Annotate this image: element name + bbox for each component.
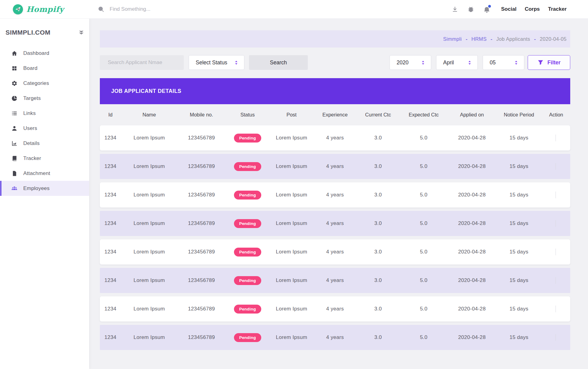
cell-applied-on: 2020-04-28: [448, 192, 496, 198]
sidebar-item-label: Targets: [23, 95, 41, 101]
column-header-name: Name: [121, 112, 177, 118]
edit-icon[interactable]: [547, 164, 552, 169]
cell-expected-ctc: 5.0: [399, 249, 448, 255]
edit-icon[interactable]: [547, 335, 552, 340]
sidebar-item-users[interactable]: Users: [0, 121, 89, 136]
cell-experience: 4 years: [313, 135, 356, 141]
view-icon[interactable]: [559, 163, 566, 170]
cell-current-ctc: 3.0: [357, 163, 400, 169]
cell-post: Lorem Ipsum: [270, 277, 313, 283]
day-select[interactable]: 05: [483, 55, 524, 70]
sidebar-item-label: Users: [23, 125, 37, 131]
cell-id: 1234: [100, 306, 121, 312]
cell-name: Lorem Ipsum: [121, 334, 177, 340]
sidebar-item-targets[interactable]: Targets: [0, 91, 89, 106]
cell-experience: 4 years: [313, 249, 356, 255]
status-select[interactable]: Select Status: [189, 55, 244, 70]
sidebar-item-attachment[interactable]: Attachment: [0, 166, 89, 181]
bug-icon[interactable]: [467, 6, 474, 13]
sidebar-menu: DashboardBoardCategoriesTargetsLinksUser…: [0, 46, 89, 196]
edit-icon[interactable]: [547, 221, 552, 226]
action-divider: [556, 306, 556, 312]
status-badge: Pending: [234, 162, 261, 171]
cell-current-ctc: 3.0: [357, 306, 400, 312]
year-select[interactable]: 2020: [390, 55, 431, 70]
column-header-action: Action: [542, 112, 570, 118]
view-icon[interactable]: [559, 220, 566, 227]
cell-id: 1234: [100, 249, 121, 255]
file-icon: [11, 170, 17, 177]
applicant-search-input[interactable]: [100, 55, 184, 70]
search-button[interactable]: Search: [249, 55, 308, 70]
sidebar-item-details[interactable]: Details: [0, 136, 89, 151]
cell-applied-on: 2020-04-28: [448, 220, 496, 226]
breadcrumb-item-simmpli[interactable]: Simmpli: [443, 36, 462, 42]
chart-icon: [11, 140, 17, 146]
sidebar-item-categories[interactable]: Categories: [0, 76, 89, 91]
day-select-value: 05: [490, 59, 496, 66]
sidebar-item-tracker[interactable]: Tracker: [0, 151, 89, 166]
chevron-double-down-icon[interactable]: [78, 29, 85, 36]
status-badge: Pending: [234, 219, 261, 228]
breadcrumb-item-hrms[interactable]: HRMS: [471, 36, 487, 42]
cell-post: Lorem Ipsum: [270, 306, 313, 312]
view-icon[interactable]: [559, 192, 566, 198]
edit-icon[interactable]: [547, 192, 552, 198]
sidebar-item-label: Board: [23, 65, 37, 71]
table-row: 1234 Lorem Ipsum 123456789 Pending Lorem…: [100, 296, 570, 321]
view-icon[interactable]: [559, 249, 566, 255]
cell-status: Pending: [225, 162, 270, 171]
sidebar-item-board[interactable]: Board: [0, 61, 89, 76]
cell-post: Lorem Ipsum: [270, 334, 313, 340]
status-badge: Pending: [234, 305, 261, 314]
edit-icon[interactable]: [547, 278, 552, 283]
sidebar-item-label: Links: [23, 110, 36, 116]
view-icon[interactable]: [559, 334, 566, 341]
cell-action: [542, 306, 570, 312]
view-icon[interactable]: [559, 135, 566, 141]
cell-notice-period: 15 days: [496, 220, 542, 226]
cell-mobile: 123456789: [177, 220, 225, 226]
global-search-input[interactable]: [110, 6, 208, 12]
view-icon[interactable]: [559, 277, 566, 284]
sidebar-item-links[interactable]: Links: [0, 106, 89, 121]
column-header-mobile-no: Mobile no.: [177, 112, 225, 118]
select-arrows-icon: [467, 60, 473, 66]
edit-icon[interactable]: [547, 135, 552, 141]
cell-action: [542, 220, 570, 227]
cell-name: Lorem Ipsum: [121, 220, 177, 226]
edit-icon[interactable]: [547, 249, 552, 255]
cell-name: Lorem Ipsum: [121, 249, 177, 255]
sidebar-item-label: Categories: [23, 80, 49, 86]
cell-mobile: 123456789: [177, 306, 225, 312]
cell-mobile: 123456789: [177, 334, 225, 340]
download-icon[interactable]: [451, 6, 458, 13]
nav-link-social[interactable]: Social: [501, 6, 516, 12]
topbar-icon-group: [451, 6, 490, 13]
column-header-notice-period: Notice Period: [496, 112, 542, 118]
cell-id: 1234: [100, 334, 121, 340]
cell-notice-period: 15 days: [496, 306, 542, 312]
table-row: 1234 Lorem Ipsum 123456789 Pending Lorem…: [100, 325, 570, 350]
edit-icon[interactable]: [547, 306, 552, 312]
filter-button[interactable]: Filter: [528, 55, 570, 70]
cell-id: 1234: [100, 163, 121, 169]
cell-applied-on: 2020-04-28: [448, 334, 496, 340]
nav-link-corps[interactable]: Corps: [525, 6, 540, 12]
month-select[interactable]: April: [436, 55, 478, 70]
sidebar-item-dashboard[interactable]: Dashboard: [0, 46, 89, 61]
cell-status: Pending: [225, 248, 270, 257]
cell-action: [542, 135, 570, 141]
cell-expected-ctc: 5.0: [399, 220, 448, 226]
cell-action: [542, 192, 570, 198]
book-icon: [11, 155, 17, 162]
logo[interactable]: Hompify: [0, 4, 89, 14]
view-icon[interactable]: [559, 306, 566, 312]
cell-applied-on: 2020-04-28: [448, 163, 496, 169]
bell-icon[interactable]: [483, 6, 490, 13]
sidebar-item-label: Dashboard: [23, 50, 49, 56]
sidebar-item-employees[interactable]: Employees: [0, 181, 89, 196]
breadcrumb-separator: -: [491, 36, 492, 42]
cell-experience: 4 years: [313, 163, 356, 169]
nav-link-tracker[interactable]: Tracker: [548, 6, 567, 12]
